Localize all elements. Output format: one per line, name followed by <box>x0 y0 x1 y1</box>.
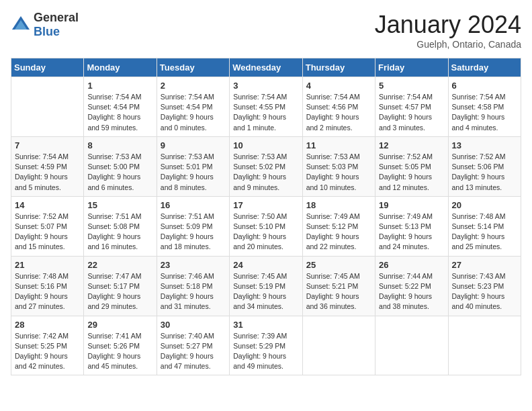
day-info: Sunrise: 7:53 AM Sunset: 5:03 PM Dayligh… <box>306 152 371 193</box>
day-header-friday: Friday <box>375 58 448 77</box>
calendar-cell: 6Sunrise: 7:54 AM Sunset: 4:58 PM Daylig… <box>448 77 521 137</box>
day-number: 10 <box>233 140 298 150</box>
logo-general: General <box>34 11 79 24</box>
day-number: 4 <box>306 81 371 91</box>
day-number: 31 <box>233 320 298 330</box>
day-info: Sunrise: 7:54 AM Sunset: 4:59 PM Dayligh… <box>15 152 80 193</box>
calendar-cell: 13Sunrise: 7:52 AM Sunset: 5:06 PM Dayli… <box>448 136 521 196</box>
day-number: 24 <box>233 260 298 270</box>
day-info: Sunrise: 7:54 AM Sunset: 4:54 PM Dayligh… <box>161 92 226 133</box>
day-number: 3 <box>233 81 298 91</box>
day-number: 5 <box>379 81 444 91</box>
day-number: 8 <box>87 140 152 150</box>
logo-icon <box>11 15 31 35</box>
day-number: 1 <box>87 81 152 91</box>
calendar-table: SundayMondayTuesdayWednesdayThursdayFrid… <box>11 58 521 375</box>
day-info: Sunrise: 7:40 AM Sunset: 5:27 PM Dayligh… <box>161 331 226 372</box>
day-number: 25 <box>306 260 371 270</box>
day-info: Sunrise: 7:49 AM Sunset: 5:12 PM Dayligh… <box>306 212 371 253</box>
calendar-cell <box>302 316 375 375</box>
calendar-cell <box>375 316 448 375</box>
calendar-cell: 21Sunrise: 7:48 AM Sunset: 5:16 PM Dayli… <box>11 256 84 316</box>
calendar-cell: 10Sunrise: 7:53 AM Sunset: 5:02 PM Dayli… <box>230 136 302 196</box>
calendar-cell: 31Sunrise: 7:39 AM Sunset: 5:29 PM Dayli… <box>230 316 302 375</box>
day-number: 16 <box>161 200 226 210</box>
day-number: 11 <box>306 140 371 150</box>
calendar-cell <box>448 316 521 375</box>
week-row: 21Sunrise: 7:48 AM Sunset: 5:16 PM Dayli… <box>11 256 521 316</box>
logo-text: General Blue <box>34 11 79 39</box>
day-header-tuesday: Tuesday <box>157 58 229 77</box>
week-row: 28Sunrise: 7:42 AM Sunset: 5:25 PM Dayli… <box>11 316 521 375</box>
day-info: Sunrise: 7:39 AM Sunset: 5:29 PM Dayligh… <box>233 331 298 372</box>
day-number: 14 <box>15 200 80 210</box>
day-number: 6 <box>452 81 517 91</box>
calendar-cell: 4Sunrise: 7:54 AM Sunset: 4:56 PM Daylig… <box>302 77 375 137</box>
day-info: Sunrise: 7:42 AM Sunset: 5:25 PM Dayligh… <box>15 331 80 372</box>
day-info: Sunrise: 7:48 AM Sunset: 5:16 PM Dayligh… <box>15 271 80 312</box>
calendar-cell: 15Sunrise: 7:51 AM Sunset: 5:08 PM Dayli… <box>84 196 157 256</box>
calendar-cell <box>11 77 84 137</box>
title-block: January 2024 Guelph, Ontario, Canada <box>375 11 521 50</box>
day-header-monday: Monday <box>84 58 157 77</box>
day-number: 13 <box>452 140 517 150</box>
day-info: Sunrise: 7:43 AM Sunset: 5:23 PM Dayligh… <box>452 271 517 312</box>
day-number: 19 <box>379 200 444 210</box>
calendar-cell: 26Sunrise: 7:44 AM Sunset: 5:22 PM Dayli… <box>375 256 448 316</box>
logo-blue: Blue <box>34 25 60 38</box>
calendar-cell: 27Sunrise: 7:43 AM Sunset: 5:23 PM Dayli… <box>448 256 521 316</box>
day-number: 15 <box>87 200 152 210</box>
day-number: 22 <box>87 260 152 270</box>
location-subtitle: Guelph, Ontario, Canada <box>375 39 521 50</box>
calendar-cell: 18Sunrise: 7:49 AM Sunset: 5:12 PM Dayli… <box>302 196 375 256</box>
day-info: Sunrise: 7:54 AM Sunset: 4:56 PM Dayligh… <box>306 92 371 133</box>
calendar-cell: 29Sunrise: 7:41 AM Sunset: 5:26 PM Dayli… <box>84 316 157 375</box>
day-number: 18 <box>306 200 371 210</box>
calendar-cell: 20Sunrise: 7:48 AM Sunset: 5:14 PM Dayli… <box>448 196 521 256</box>
week-row: 14Sunrise: 7:52 AM Sunset: 5:07 PM Dayli… <box>11 196 521 256</box>
day-number: 23 <box>161 260 226 270</box>
calendar-cell: 3Sunrise: 7:54 AM Sunset: 4:55 PM Daylig… <box>230 77 302 137</box>
day-info: Sunrise: 7:54 AM Sunset: 4:58 PM Dayligh… <box>452 92 517 133</box>
calendar-cell: 2Sunrise: 7:54 AM Sunset: 4:54 PM Daylig… <box>157 77 229 137</box>
day-header-thursday: Thursday <box>302 58 375 77</box>
day-number: 29 <box>87 320 152 330</box>
day-info: Sunrise: 7:54 AM Sunset: 4:55 PM Dayligh… <box>233 92 298 133</box>
day-info: Sunrise: 7:44 AM Sunset: 5:22 PM Dayligh… <box>379 271 444 312</box>
calendar-cell: 8Sunrise: 7:53 AM Sunset: 5:00 PM Daylig… <box>84 136 157 196</box>
calendar-cell: 23Sunrise: 7:46 AM Sunset: 5:18 PM Dayli… <box>157 256 229 316</box>
calendar-cell: 16Sunrise: 7:51 AM Sunset: 5:09 PM Dayli… <box>157 196 229 256</box>
day-info: Sunrise: 7:51 AM Sunset: 5:08 PM Dayligh… <box>87 212 152 253</box>
calendar-cell: 19Sunrise: 7:49 AM Sunset: 5:13 PM Dayli… <box>375 196 448 256</box>
day-number: 17 <box>233 200 298 210</box>
calendar-cell: 17Sunrise: 7:50 AM Sunset: 5:10 PM Dayli… <box>230 196 302 256</box>
calendar-cell: 1Sunrise: 7:54 AM Sunset: 4:54 PM Daylig… <box>84 77 157 137</box>
calendar-cell: 22Sunrise: 7:47 AM Sunset: 5:17 PM Dayli… <box>84 256 157 316</box>
day-info: Sunrise: 7:52 AM Sunset: 5:07 PM Dayligh… <box>15 212 80 253</box>
day-info: Sunrise: 7:54 AM Sunset: 4:57 PM Dayligh… <box>379 92 444 133</box>
day-info: Sunrise: 7:45 AM Sunset: 5:19 PM Dayligh… <box>233 271 298 312</box>
calendar-cell: 7Sunrise: 7:54 AM Sunset: 4:59 PM Daylig… <box>11 136 84 196</box>
day-info: Sunrise: 7:49 AM Sunset: 5:13 PM Dayligh… <box>379 212 444 253</box>
page-header: General Blue January 2024 Guelph, Ontari… <box>11 11 521 50</box>
calendar-cell: 14Sunrise: 7:52 AM Sunset: 5:07 PM Dayli… <box>11 196 84 256</box>
month-title: January 2024 <box>375 11 521 39</box>
day-info: Sunrise: 7:47 AM Sunset: 5:17 PM Dayligh… <box>87 271 152 312</box>
day-number: 9 <box>161 140 226 150</box>
day-number: 26 <box>379 260 444 270</box>
day-info: Sunrise: 7:41 AM Sunset: 5:26 PM Dayligh… <box>87 331 152 372</box>
calendar-cell: 12Sunrise: 7:52 AM Sunset: 5:05 PM Dayli… <box>375 136 448 196</box>
day-number: 7 <box>15 140 80 150</box>
day-number: 12 <box>379 140 444 150</box>
day-number: 28 <box>15 320 80 330</box>
day-number: 2 <box>161 81 226 91</box>
day-header-wednesday: Wednesday <box>230 58 302 77</box>
day-info: Sunrise: 7:46 AM Sunset: 5:18 PM Dayligh… <box>161 271 226 312</box>
day-info: Sunrise: 7:53 AM Sunset: 5:02 PM Dayligh… <box>233 152 298 193</box>
day-number: 30 <box>161 320 226 330</box>
calendar-cell: 25Sunrise: 7:45 AM Sunset: 5:21 PM Dayli… <box>302 256 375 316</box>
calendar-cell: 24Sunrise: 7:45 AM Sunset: 5:19 PM Dayli… <box>230 256 302 316</box>
day-header-sunday: Sunday <box>11 58 84 77</box>
day-info: Sunrise: 7:53 AM Sunset: 5:00 PM Dayligh… <box>87 152 152 193</box>
day-info: Sunrise: 7:52 AM Sunset: 5:06 PM Dayligh… <box>452 152 517 193</box>
